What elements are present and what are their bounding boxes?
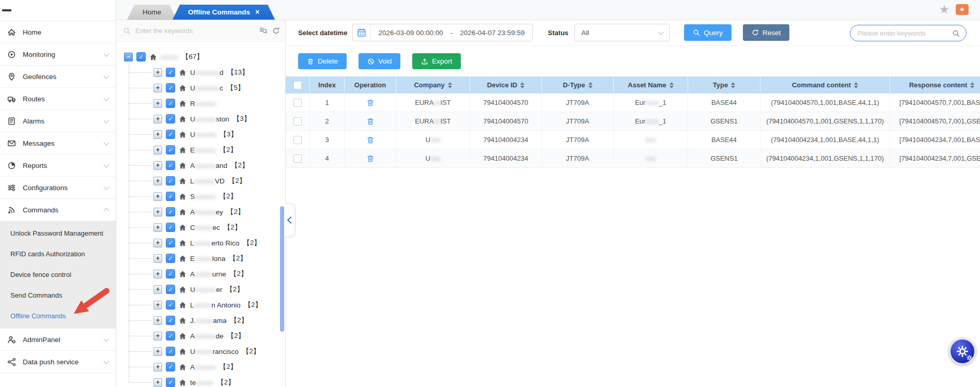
tree-checkbox[interactable]: ✓	[166, 130, 175, 139]
tree-expander[interactable]: +	[153, 223, 162, 232]
tree-node[interactable]: +✓Exxxxxlona【2】	[153, 251, 285, 266]
tree-root-node[interactable]: −✓xxxxx【67】	[124, 49, 285, 65]
tree-expander[interactable]: +	[153, 378, 162, 387]
tree-node[interactable]: +✓Uxxxxxx【3】	[153, 127, 285, 142]
tree-expander[interactable]: +	[153, 177, 162, 185]
tree-node[interactable]: +✓Uxxxxxxer【2】	[153, 282, 285, 297]
trash-icon[interactable]	[366, 117, 375, 126]
tree-expander[interactable]: +	[153, 285, 162, 294]
sidebar-item-reports[interactable]: Reports	[0, 154, 116, 177]
tree-expander[interactable]: +	[153, 301, 162, 309]
refresh-icon[interactable]	[272, 27, 280, 35]
void-button[interactable]: Void	[359, 53, 400, 69]
tree-expander[interactable]: +	[153, 161, 162, 170]
status-select[interactable]: All	[574, 24, 670, 41]
sidebar-subitem-unlock-password-management[interactable]: Unlock Password Management	[0, 223, 116, 244]
sidebar-subitem-rfid-cards-authorization[interactable]: RFID cards Authorization	[0, 244, 116, 265]
tree-checkbox[interactable]: ✓	[166, 161, 175, 170]
tree-checkbox[interactable]: ✓	[166, 316, 175, 325]
tree-expander[interactable]: −	[124, 53, 133, 61]
column-header-company[interactable]: Company	[396, 76, 470, 94]
tree-expander[interactable]: +	[153, 208, 162, 216]
row-checkbox[interactable]	[293, 117, 302, 126]
tree-node[interactable]: +✓Uxxxxxxxc【5】	[153, 80, 285, 96]
tree-expander[interactable]: +	[153, 363, 162, 371]
tree-checkbox[interactable]: ✓	[166, 99, 175, 108]
column-header-command-content[interactable]: Command content	[760, 76, 890, 94]
calendar-icon[interactable]	[353, 24, 371, 41]
tree-checkbox[interactable]: ✓	[166, 331, 175, 340]
tree-expander[interactable]: +	[153, 99, 162, 108]
column-header-index[interactable]: Index	[310, 76, 345, 94]
tree-checkbox[interactable]: ✓	[166, 238, 175, 247]
delete-button[interactable]: Delete	[298, 53, 347, 69]
column-header-operation[interactable]: Operation	[345, 76, 396, 94]
tree-node[interactable]: +✓Rxxxxxx	[153, 96, 285, 111]
tree-search-input[interactable]	[134, 26, 255, 35]
row-checkbox[interactable]	[293, 99, 302, 107]
tab-home[interactable]: Home	[127, 5, 177, 20]
trash-icon[interactable]	[366, 136, 375, 144]
search-icon[interactable]	[952, 29, 960, 37]
sidebar-subitem-device-fence-control[interactable]: Device fence control	[0, 265, 116, 285]
tree-node[interactable]: +✓Axxxxxxde【2】	[153, 328, 285, 344]
sidebar-item-home[interactable]: Home	[0, 21, 116, 43]
row-checkbox[interactable]	[293, 136, 302, 144]
tree-checkbox[interactable]: ✓	[166, 362, 175, 371]
collapse-panel-handle[interactable]	[285, 203, 295, 237]
select-all-checkbox[interactable]	[293, 81, 302, 89]
tree-checkbox[interactable]: ✓	[166, 269, 175, 278]
tree-checkbox[interactable]: ✓	[166, 145, 175, 154]
tree-node[interactable]: +✓Axxxxxurne【2】	[153, 266, 285, 282]
tree-checkbox[interactable]: ✓	[166, 378, 175, 387]
tree-expander[interactable]: +	[153, 130, 162, 139]
tree-node[interactable]: +✓Axxxxxxey【2】	[153, 204, 285, 220]
tree-checkbox[interactable]: ✓	[166, 285, 175, 294]
tree-node[interactable]: +✓texxxxx【2】	[153, 375, 285, 387]
sidebar-item-commands[interactable]: Commands	[0, 199, 116, 221]
column-header-d-type[interactable]: D-Type	[542, 76, 614, 94]
tree-node[interactable]: +✓Axxxxxxand【2】	[153, 158, 285, 173]
trash-icon[interactable]	[366, 154, 375, 163]
tree-expander[interactable]: +	[153, 239, 162, 247]
tree-expander[interactable]: +	[153, 254, 162, 263]
tree-expander[interactable]: +	[153, 316, 162, 325]
tree-node[interactable]: +✓Cxxxxxec【2】	[153, 220, 285, 235]
tree-checkbox[interactable]: ✓	[166, 192, 175, 201]
column-header-checkbox[interactable]	[286, 76, 310, 94]
tree-node[interactable]: +✓Lxxxxxerto Rico【2】	[153, 235, 285, 251]
tree-checkbox[interactable]: ✓	[166, 83, 175, 92]
column-header-type[interactable]: Type	[688, 76, 760, 94]
reset-button[interactable]: Reset	[743, 24, 789, 41]
tree-expander[interactable]: +	[153, 332, 162, 340]
sidebar-item-alarms[interactable]: Alarms	[0, 110, 116, 132]
star-icon[interactable]: ★	[939, 3, 950, 16]
tree-expander[interactable]: +	[153, 146, 162, 154]
tree-scrollbar[interactable]	[280, 206, 284, 332]
sidebar-item-messages[interactable]: Messages	[0, 132, 116, 154]
tree-expander[interactable]: +	[153, 84, 162, 92]
close-icon[interactable]: ×	[255, 5, 259, 20]
tree-node[interactable]: +✓LxxxxxxVD【2】	[153, 173, 285, 189]
tree-checkbox[interactable]: ✓	[166, 254, 175, 263]
date-range-input[interactable]: 2026-03-09 00:00:00 - 2026-04-07 23:59:5…	[371, 24, 532, 41]
tab-offline-commands[interactable]: Offline Commands ×	[173, 5, 275, 20]
column-header-device-id[interactable]: Device ID	[470, 76, 542, 94]
tree-checkbox[interactable]: ✓	[166, 176, 175, 185]
sidebar-item-routes[interactable]: Routes	[0, 88, 116, 110]
sidebar-subitem-send-commands[interactable]: Send Commands	[0, 285, 116, 306]
row-checkbox[interactable]	[293, 154, 302, 163]
sidebar-item-monitoring[interactable]: Monitoring	[0, 43, 116, 66]
tree-node[interactable]: +✓J.xxxxxama【2】	[153, 313, 285, 328]
tree-node[interactable]: +✓Axxxxxx【2】	[153, 359, 285, 375]
tree-checkbox[interactable]: ✓	[166, 114, 175, 123]
tree-expander[interactable]: +	[153, 192, 162, 201]
tree-checkbox[interactable]: ✓	[166, 68, 175, 77]
tree-checkbox[interactable]: ✓	[136, 52, 146, 61]
tree-checkbox[interactable]: ✓	[166, 207, 175, 216]
tree-expander[interactable]: +	[153, 68, 162, 77]
tree-expander[interactable]: +	[153, 270, 162, 278]
column-header-response-content[interactable]: Response content	[890, 76, 980, 94]
tree-node[interactable]: +✓Uxxxxxxxd【13】	[153, 65, 285, 80]
tree-expander[interactable]: +	[153, 347, 162, 356]
